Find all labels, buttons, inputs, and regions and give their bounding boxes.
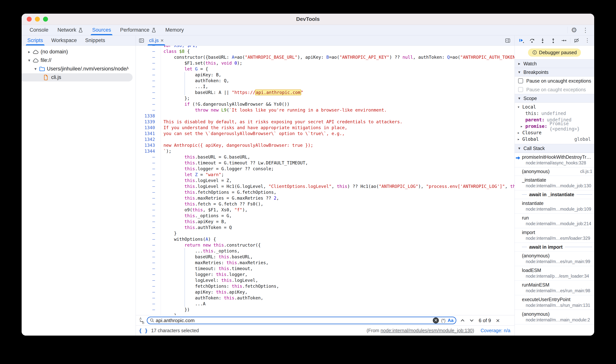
scope-local[interactable]: ▾Local <box>515 104 594 110</box>
code-line[interactable]: – logLevel: this.logLevel, <box>136 277 515 283</box>
line-number[interactable]: – <box>136 107 161 113</box>
line-number[interactable]: – <box>136 301 161 307</box>
code-line[interactable]: – ...I, <box>136 84 515 90</box>
line-number[interactable]: – <box>136 213 161 219</box>
line-number[interactable]: – <box>136 54 161 60</box>
line-number[interactable]: – <box>136 178 161 183</box>
code-line[interactable]: – this.logLevel = Hc1(G.logLevel, "Clien… <box>136 183 515 189</box>
code-line[interactable]: – this.fetch = G.fetch ?? Fs0(), <box>136 201 515 207</box>
code-line[interactable]: – o9(this, $F1, Xs0, "f"), <box>136 207 515 213</box>
navigator-tab-workspace[interactable]: Workspace <box>47 35 81 45</box>
code-line[interactable]: – logger: this.logger, <box>136 272 515 277</box>
line-number[interactable]: – <box>136 272 161 277</box>
step-icon[interactable] <box>560 36 568 45</box>
call-stack-frame[interactable]: loadESMnode:internal/p…/esm_loader:34 <box>515 266 594 281</box>
disclosure-down-icon[interactable]: ▾ <box>517 105 520 109</box>
scope-global[interactable]: ▸Globalglobal <box>515 136 594 143</box>
code-line[interactable]: – if (!G.dangerouslyAllowBrowser && Ys0(… <box>136 101 515 107</box>
code-line[interactable]: – baseURL: A || "https://api.anthropic.c… <box>136 90 515 95</box>
step-into-icon[interactable] <box>538 36 547 45</box>
line-number[interactable]: – <box>136 283 161 289</box>
code-line[interactable]: – this.authToken = Q <box>136 225 515 231</box>
tab-performance[interactable]: Performance <box>115 25 161 35</box>
step-out-icon[interactable] <box>549 36 558 45</box>
kebab-menu-icon[interactable]: ⋮ <box>581 26 590 35</box>
settings-gear-icon[interactable]: ⚙ <box>569 26 579 35</box>
code-line[interactable]: – this.apiKey = B, <box>136 219 515 225</box>
code-line[interactable]: 1339This is disabled by default, as it r… <box>136 119 515 125</box>
line-number[interactable]: – <box>136 225 161 231</box>
line-number[interactable]: – <box>136 72 161 78</box>
navigator-tab-snippets[interactable]: Snippets <box>81 35 109 45</box>
call-stack-frame[interactable]: (anonymous)cli.js:1 <box>515 168 594 176</box>
tab-sources[interactable]: Sources <box>88 25 115 35</box>
line-number[interactable]: – <box>136 195 161 201</box>
line-number[interactable]: – <box>136 242 161 248</box>
line-number[interactable]: – <box>136 248 161 254</box>
scope-closure[interactable]: ▸Closure <box>515 130 594 136</box>
line-number[interactable]: – <box>136 154 161 160</box>
disclosure-right-icon[interactable]: ▸ <box>27 50 32 54</box>
tab-clijs[interactable]: cli.js × <box>146 35 167 45</box>
code-line[interactable]: – this._options = G, <box>136 213 515 219</box>
toggle-debugger-sidebar-icon[interactable] <box>504 36 515 45</box>
code-line[interactable]: – fetchOptions: this.fetchOptions, <box>136 283 515 289</box>
code-line[interactable]: – return new this.constructor({ <box>136 242 515 248</box>
line-number[interactable]: 1344 <box>136 148 161 154</box>
line-number[interactable]: – <box>136 66 161 72</box>
line-number[interactable]: – <box>136 219 161 225</box>
checkbox[interactable] <box>518 78 523 83</box>
line-number[interactable]: – <box>136 231 161 236</box>
breakpoint-option[interactable]: Pause on caught exceptions <box>515 85 594 94</box>
call-stack-frame[interactable]: (anonymous)node:internal/m…es/run_main:9… <box>515 251 594 266</box>
line-number[interactable]: – <box>136 201 161 207</box>
line-number[interactable]: 1338 <box>136 113 161 119</box>
match-case-toggle[interactable]: Aa <box>448 318 453 323</box>
section-scope[interactable]: ▾Scope <box>515 94 594 103</box>
line-number[interactable]: – <box>136 260 161 266</box>
line-number[interactable]: – <box>136 313 161 315</box>
code-line[interactable]: – $F1.set(this, void 0); <box>136 60 515 66</box>
code-line[interactable]: – apiKey: this.apiKey, <box>136 289 515 295</box>
call-stack-frame[interactable]: importnode:internal/m…esm/loader:329 <box>515 228 594 243</box>
resume-script-icon[interactable] <box>517 36 526 45</box>
line-number[interactable]: – <box>136 46 161 49</box>
line-number[interactable]: – <box>136 266 161 272</box>
code-editor[interactable]: –var Xs0, $F1;–class $8 {– constructor({… <box>136 46 515 315</box>
section-watch[interactable]: ▸Watch <box>515 59 594 68</box>
line-number[interactable]: – <box>136 189 161 195</box>
line-number[interactable]: – <box>136 277 161 283</box>
line-number[interactable]: – <box>136 207 161 213</box>
line-number[interactable]: – <box>136 101 161 107</box>
code-line[interactable]: – this.baseURL = G.baseURL, <box>136 154 515 160</box>
tree-item--no-domain-[interactable]: ▸(no domain) <box>22 48 136 56</box>
code-line[interactable]: – withOptions(A) { <box>136 236 515 242</box>
code-line[interactable]: –var Xs0, $F1; <box>136 46 515 49</box>
code-line[interactable]: – authToken: Q, <box>136 78 515 84</box>
search-box[interactable]: ✕ (*) Aa <box>147 317 456 324</box>
code-line[interactable]: – }) <box>136 307 515 313</box>
call-stack-frame[interactable]: runnode:internal/m…module_job:214 <box>515 214 594 228</box>
scope-this[interactable]: this:undefined <box>515 110 594 117</box>
line-number[interactable]: – <box>136 90 161 95</box>
code-line[interactable]: – this.timeout = G.timeout ?? Lw.DEFAULT… <box>136 160 515 166</box>
tree-item-users-jinhuilee-nvm-versions-node-v2-[interactable]: ▾Users/jinhuilee/.nvm/versions/node/v2… <box>22 65 136 73</box>
previous-match-icon[interactable] <box>460 318 465 323</box>
section-call-stack[interactable]: ▾Call Stack <box>515 144 594 153</box>
line-number[interactable]: – <box>136 166 161 172</box>
code-line[interactable]: – baseURL: this.baseURL, <box>136 254 515 260</box>
disclosure-down-icon[interactable]: ▾ <box>33 66 38 71</box>
call-stack-frame[interactable]: executeUserEntryPointnode:internal/m…s/r… <box>515 295 594 310</box>
regex-toggle[interactable]: (*) <box>441 318 445 323</box>
code-line[interactable]: 1344`); <box>136 148 515 154</box>
code-line[interactable]: 1338 <box>136 113 515 119</box>
line-number[interactable]: – <box>136 295 161 301</box>
tab-console[interactable]: Console <box>25 25 53 35</box>
call-stack-frame[interactable]: _instantiatenode:internal/m…module_job:1… <box>515 176 594 190</box>
code-line[interactable]: – maxRetries: this.maxRetries, <box>136 260 515 266</box>
coverage-link[interactable]: Coverage: n/a <box>481 328 510 333</box>
step-over-icon[interactable] <box>528 36 536 45</box>
call-stack-frame[interactable]: promiseInitHookWithDestroyTr…node:intern… <box>515 153 594 168</box>
call-stack-frame[interactable]: (anonymous)node:internal/m…main_module:2 <box>515 310 594 325</box>
call-stack-frame[interactable]: instantiatenode:internal/m…module_job:10… <box>515 199 594 214</box>
